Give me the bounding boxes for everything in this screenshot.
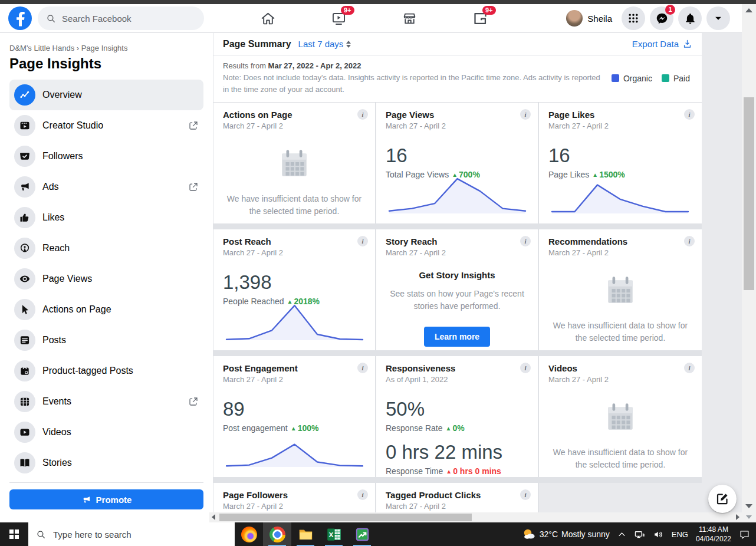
export-data-button[interactable]: Export Data [632,39,692,49]
sidebar-item-likes[interactable]: Likes [9,202,203,233]
profile-name: Sheila [587,14,612,24]
sidebar-item-label: Product-tagged Posts [42,366,133,376]
vertical-scrollbar-thumb[interactable] [744,97,754,290]
facebook-search[interactable] [38,6,204,30]
home-icon [260,11,276,27]
network-button[interactable] [634,529,645,540]
clock-time: 11:48 AM [696,525,731,534]
taskbar-search[interactable] [28,522,235,546]
calendar-icon [603,272,637,307]
sidebar-item-creator-studio[interactable]: Creator Studio [9,110,203,141]
promote-button[interactable]: Promote [9,489,203,509]
gaming-tab[interactable]: 9+ [445,4,515,33]
megaphone-icon [81,495,91,505]
horizontal-scrollbar[interactable] [209,512,742,522]
sidebar-item-actions-on-page[interactable]: Actions on Page [9,294,203,325]
metric-value: 89 [223,398,366,420]
date-range-selector[interactable]: Last 7 days [298,39,351,49]
language-indicator[interactable]: ENG [672,530,688,539]
facebook-search-input[interactable] [61,13,169,24]
sidebar-item-followers[interactable]: Followers [9,141,203,172]
card-title: Post Engagement [223,363,366,373]
sidebar-item-stories[interactable]: Stories [9,448,203,478]
card-recommendations: RecommendationsMarch 27 - April 2iWe hav… [539,229,702,350]
info-icon[interactable]: i [520,236,531,246]
vertical-scrollbar[interactable] [742,4,756,512]
info-icon[interactable]: i [684,109,695,120]
story-body: See stats on how your Page's recent stor… [388,288,527,313]
taskbar-app-excel[interactable]: X [320,522,348,546]
sidebar-item-reach[interactable]: Reach [9,233,203,264]
taskbar-clock[interactable]: 11:48 AM 04/04/2022 [696,525,731,544]
tray-expand-button[interactable] [617,530,626,539]
facebook-logo-icon[interactable] [8,6,32,30]
trend-up-icon: ▲ [446,468,452,475]
apps-menu-button[interactable] [622,6,645,30]
account-menu-button[interactable] [706,6,730,30]
home-tab[interactable] [232,4,303,33]
story-heading: Get Story Insights [386,270,528,280]
windows-logo-icon [9,529,19,539]
info-icon[interactable]: i [684,363,695,373]
taskbar-search-input[interactable] [52,529,208,540]
breadcrumb[interactable]: D&M's Little Hands › Page Insights [9,44,203,52]
external-link-icon [188,396,199,407]
sidebar-item-videos[interactable]: Videos [9,417,203,448]
scroll-right-arrow[interactable] [736,514,739,520]
no-data-text: We have insufficient data to show for th… [223,193,365,218]
calendar-icon [277,146,311,180]
clock-date: 04/04/2022 [696,534,731,544]
card-story-reach: Story ReachMarch 27 - April 2iGet Story … [376,229,538,350]
speaker-icon [653,529,664,540]
taskbar-app-file-explorer[interactable] [291,522,320,546]
external-link-icon [188,120,199,131]
sidebar-item-posts[interactable]: Posts [9,325,203,356]
action-center-button[interactable] [739,529,750,540]
delta-alert: ▲0 hrs 0 mins [446,466,501,476]
organic-swatch [612,74,619,82]
scroll-up-arrow[interactable] [745,8,752,12]
card-title: Story Reach [386,236,528,246]
profile-chip[interactable]: Sheila [566,10,612,27]
sidebar-item-product-tagged-posts[interactable]: Product-tagged Posts [9,356,203,386]
info-icon[interactable]: i [357,109,368,120]
sidebar-item-label: Followers [42,151,83,162]
info-icon[interactable]: i [520,363,531,373]
info-icon[interactable]: i [357,236,368,246]
scrollbar-corner [742,512,756,522]
sidebar-item-ads[interactable]: Ads [9,172,203,202]
sidebar-item-page-views[interactable]: Page Views [9,264,203,294]
horizontal-scrollbar-thumb[interactable] [219,514,472,521]
sidebar-menu: OverviewCreator StudioFollowersAdsLikesR… [9,80,203,478]
taskbar-app-firefox[interactable] [235,522,263,546]
info-icon[interactable]: i [520,489,531,500]
scroll-left-arrow[interactable] [212,514,215,520]
chevron-down-icon [713,13,724,24]
apps-grid-icon [627,12,639,24]
volume-button[interactable] [653,529,664,540]
messenger-button[interactable]: 1 [650,6,673,30]
sidebar-item-events[interactable]: Events [9,386,203,417]
bell-icon [684,12,696,25]
sidebar-item-overview[interactable]: Overview [9,80,203,110]
card-subtitle: March 27 - April 2 [548,375,692,384]
firefox-icon [241,527,257,542]
card-responsiveness: ResponsivenessAs of April 1, 2022i50%Res… [376,356,538,477]
learn-more-button[interactable]: Learn more [424,327,490,347]
start-button[interactable] [0,522,28,546]
card-title: Page Likes [548,110,692,120]
watch-tab[interactable]: 9+ [303,4,374,33]
metric-label: Response Rate [386,423,443,433]
marketplace-tab[interactable] [374,4,445,33]
info-icon[interactable]: i [357,489,368,500]
scroll-down-arrow[interactable] [745,504,752,508]
info-icon[interactable]: i [357,363,368,373]
promote-label: Promote [96,495,132,505]
weather-widget[interactable]: 32°C Mostly sunny [522,527,610,541]
info-icon[interactable]: i [684,236,695,246]
info-icon[interactable]: i [520,109,531,120]
taskbar-app-chrome[interactable] [263,522,291,546]
taskbar-app-finance[interactable] [348,522,376,546]
compose-post-button[interactable] [708,485,737,513]
notifications-button[interactable] [678,6,702,30]
